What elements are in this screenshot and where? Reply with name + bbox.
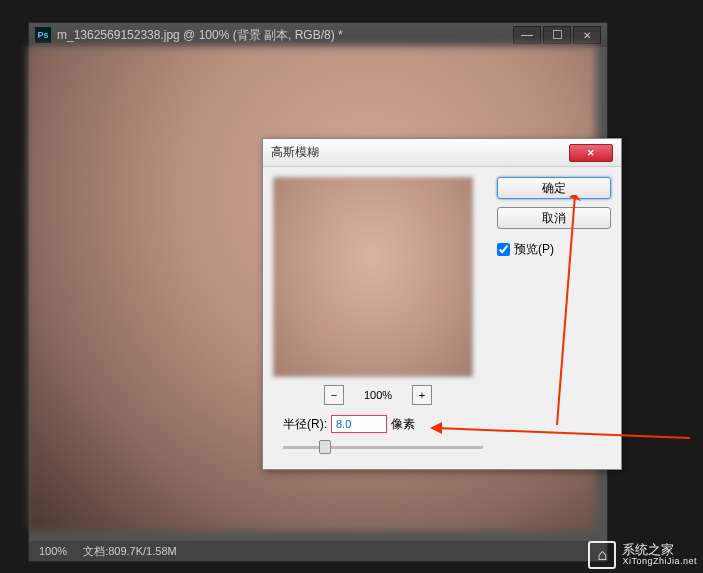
- docinfo: 文档:809.7K/1.58M: [83, 544, 177, 559]
- statusbar: 100% 文档:809.7K/1.58M: [29, 541, 607, 561]
- preview-image[interactable]: [273, 177, 473, 377]
- dialog-titlebar[interactable]: 高斯模糊 ✕: [263, 139, 621, 167]
- zoom-value: 100%: [364, 389, 392, 401]
- ok-button[interactable]: 确定: [497, 177, 611, 199]
- cancel-button[interactable]: 取消: [497, 207, 611, 229]
- watermark-name: 系统之家: [622, 543, 697, 557]
- maximize-button[interactable]: ☐: [543, 26, 571, 44]
- radius-input[interactable]: [331, 415, 387, 433]
- close-button[interactable]: ✕: [573, 26, 601, 44]
- zoom-in-button[interactable]: +: [412, 385, 432, 405]
- watermark: ⌂ 系统之家 XiTongZhiJia.net: [588, 541, 697, 569]
- radius-unit: 像素: [391, 416, 415, 433]
- ps-icon: Ps: [35, 27, 51, 43]
- preview-label: 预览(P): [514, 241, 554, 258]
- titlebar[interactable]: Ps m_1362569152338.jpg @ 100% (背景 副本, RG…: [29, 23, 607, 47]
- radius-label: 半径(R):: [283, 416, 327, 433]
- zoom-out-button[interactable]: −: [324, 385, 344, 405]
- window-title: m_1362569152338.jpg @ 100% (背景 副本, RGB/8…: [57, 27, 513, 44]
- watermark-url: XiTongZhiJia.net: [622, 557, 697, 567]
- preview-checkbox[interactable]: [497, 243, 510, 256]
- watermark-logo-icon: ⌂: [588, 541, 616, 569]
- slider-thumb[interactable]: [319, 440, 331, 454]
- radius-slider[interactable]: [283, 439, 483, 455]
- dialog-close-button[interactable]: ✕: [569, 144, 613, 162]
- minimize-button[interactable]: —: [513, 26, 541, 44]
- dialog-title: 高斯模糊: [271, 144, 569, 161]
- gaussian-blur-dialog: 高斯模糊 ✕ − 100% + 确定 取消 预览(P) 半径(R): 像素: [262, 138, 622, 470]
- zoom-level[interactable]: 100%: [39, 545, 67, 557]
